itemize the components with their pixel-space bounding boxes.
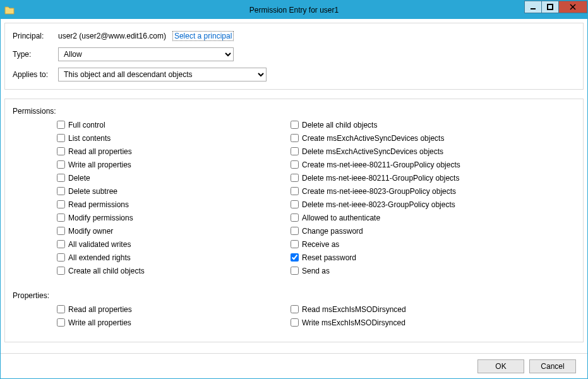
- property-item[interactable]: Write msExchIsMSODirsynced: [291, 316, 524, 329]
- permission-checkbox[interactable]: [57, 187, 65, 195]
- permission-label: Create msExchActiveSyncDevices objects: [302, 134, 444, 143]
- property-label: Read msExchIsMSODirsynced: [302, 305, 406, 314]
- permission-item[interactable]: Delete: [57, 171, 291, 184]
- applies-row: Applies to: This object and all descenda…: [13, 68, 575, 81]
- permission-item[interactable]: Change password: [291, 224, 524, 238]
- permission-item[interactable]: Write all properties: [57, 158, 291, 171]
- permission-label: Modify owner: [68, 227, 113, 236]
- type-label: Type:: [13, 50, 58, 59]
- permission-checkbox[interactable]: [291, 267, 299, 275]
- maximize-button[interactable]: [541, 1, 559, 13]
- permission-label: Allowed to authenticate: [302, 214, 380, 222]
- permission-checkbox[interactable]: [57, 227, 65, 235]
- permission-checkbox[interactable]: [291, 134, 299, 142]
- property-checkbox[interactable]: [291, 305, 299, 313]
- permission-checkbox[interactable]: [291, 121, 299, 129]
- minimize-icon: [530, 4, 536, 10]
- permission-item[interactable]: Receive as: [291, 238, 524, 251]
- client-area: Principal: user2 (user2@www.edit16.com) …: [1, 19, 587, 353]
- permission-item[interactable]: Delete msExchActiveSyncDevices objects: [291, 145, 524, 158]
- permission-checkbox[interactable]: [291, 174, 299, 182]
- properties-column-right: Read msExchIsMSODirsyncedWrite msExchIsM…: [291, 303, 524, 329]
- permission-label: Read all properties: [68, 147, 132, 156]
- permission-item[interactable]: Delete ms-net-ieee-80211-GroupPolicy obj…: [291, 171, 524, 184]
- property-checkbox[interactable]: [57, 318, 65, 327]
- property-label: Write all properties: [68, 318, 131, 327]
- principal-row: Principal: user2 (user2@www.edit16.com) …: [13, 31, 575, 41]
- permission-checkbox[interactable]: [291, 214, 299, 222]
- permission-checkbox[interactable]: [57, 174, 65, 182]
- permission-item[interactable]: Delete ms-net-ieee-8023-GroupPolicy obje…: [291, 198, 524, 211]
- permission-checkbox[interactable]: [57, 253, 65, 262]
- window-controls: [525, 1, 587, 13]
- ok-button[interactable]: OK: [477, 359, 524, 373]
- permissions-grid: Full controlList contentsRead all proper…: [13, 118, 575, 277]
- permission-checkbox[interactable]: [291, 253, 299, 262]
- properties-grid: Read all propertiesWrite all properties …: [13, 303, 575, 329]
- permission-item[interactable]: Create ms-net-ieee-8023-GroupPolicy obje…: [291, 184, 524, 198]
- permission-label: Read permissions: [68, 200, 129, 209]
- permission-checkbox[interactable]: [57, 160, 65, 169]
- permission-checkbox[interactable]: [291, 227, 299, 235]
- permission-label: Create ms-net-ieee-80211-GroupPolicy obj…: [302, 160, 460, 169]
- permission-checkbox[interactable]: [57, 134, 65, 142]
- permission-checkbox[interactable]: [291, 160, 299, 169]
- permission-checkbox[interactable]: [57, 121, 65, 129]
- minimize-button[interactable]: [524, 1, 542, 13]
- principal-label: Principal:: [13, 32, 58, 40]
- property-checkbox[interactable]: [57, 305, 65, 313]
- property-item[interactable]: Read msExchIsMSODirsynced: [291, 303, 524, 316]
- permission-item[interactable]: Read all properties: [57, 145, 291, 158]
- permission-item[interactable]: Delete all child objects: [291, 118, 524, 131]
- permission-item[interactable]: List contents: [57, 131, 291, 145]
- type-row: Type: Allow: [13, 47, 575, 61]
- permission-checkbox[interactable]: [291, 240, 299, 248]
- property-checkbox[interactable]: [291, 318, 299, 327]
- permission-label: Write all properties: [68, 160, 131, 169]
- permission-item[interactable]: Create ms-net-ieee-80211-GroupPolicy obj…: [291, 158, 524, 171]
- close-icon: [570, 4, 576, 10]
- permission-label: Send as: [302, 267, 330, 275]
- permission-item[interactable]: Create all child objects: [57, 264, 291, 277]
- permission-checkbox[interactable]: [291, 187, 299, 195]
- permission-checkbox[interactable]: [57, 214, 65, 222]
- permission-item[interactable]: All validated writes: [57, 238, 291, 251]
- applies-select[interactable]: This object and all descendant objects: [58, 68, 267, 81]
- type-select[interactable]: Allow: [58, 47, 234, 61]
- permission-label: Create all child objects: [68, 267, 145, 275]
- svg-rect-0: [531, 8, 536, 9]
- svg-rect-1: [548, 4, 553, 9]
- footer: OK Cancel: [1, 353, 587, 378]
- select-principal-link[interactable]: Select a principal: [172, 31, 234, 41]
- permission-item[interactable]: All extended rights: [57, 251, 291, 264]
- permission-label: Change password: [302, 227, 363, 236]
- window: Permission Entry for user1 Principal:: [0, 0, 588, 379]
- permission-item[interactable]: Modify owner: [57, 224, 291, 238]
- permission-item[interactable]: Send as: [291, 264, 524, 277]
- permission-label: Delete all child objects: [302, 121, 377, 129]
- permission-item[interactable]: Create msExchActiveSyncDevices objects: [291, 131, 524, 145]
- permission-item[interactable]: Delete subtree: [57, 184, 291, 198]
- properties-section-label: Properties:: [13, 291, 575, 300]
- permissions-column-left: Full controlList contentsRead all proper…: [57, 118, 291, 277]
- permission-item[interactable]: Reset password: [291, 251, 524, 264]
- permission-item[interactable]: Modify permissions: [57, 211, 291, 224]
- permission-label: Delete: [68, 174, 90, 183]
- permission-checkbox[interactable]: [291, 200, 299, 208]
- permission-checkbox[interactable]: [57, 267, 65, 275]
- scroll-area[interactable]: Principal: user2 (user2@www.edit16.com) …: [1, 19, 587, 353]
- permission-checkbox[interactable]: [57, 147, 65, 155]
- property-item[interactable]: Read all properties: [57, 303, 291, 316]
- permission-checkbox[interactable]: [57, 200, 65, 208]
- permission-checkbox[interactable]: [57, 240, 65, 248]
- permission-item[interactable]: Allowed to authenticate: [291, 211, 524, 224]
- cancel-button[interactable]: Cancel: [529, 359, 576, 373]
- permission-label: Modify permissions: [68, 214, 133, 222]
- close-button[interactable]: [558, 1, 587, 13]
- permission-item[interactable]: Full control: [57, 118, 291, 131]
- permission-checkbox[interactable]: [291, 147, 299, 155]
- permission-item[interactable]: Read permissions: [57, 198, 291, 211]
- property-item[interactable]: Write all properties: [57, 316, 291, 329]
- permission-label: Delete subtree: [68, 187, 117, 196]
- property-label: Read all properties: [68, 305, 132, 314]
